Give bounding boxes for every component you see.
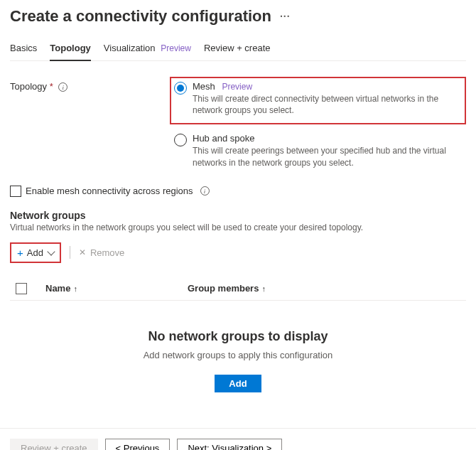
empty-state-desc: Add network groups to apply this configu… — [10, 350, 466, 360]
tab-bar: Basics Topology Visualization Preview Re… — [10, 38, 466, 61]
select-all-checkbox[interactable] — [16, 283, 27, 294]
radio-hubspoke-title: Hub and spoke — [193, 133, 462, 144]
tab-basics[interactable]: Basics — [10, 38, 37, 60]
mesh-regions-checkbox[interactable] — [10, 186, 21, 197]
toolbar-separator — [70, 246, 70, 259]
network-groups-desc: Virtual networks in the network groups y… — [10, 223, 466, 232]
remove-button: ✕ Remove — [79, 247, 124, 258]
column-header-name[interactable]: Name ↑ — [45, 283, 178, 294]
title-text: Create a connectivity configuration — [10, 7, 271, 26]
tab-topology[interactable]: Topology — [50, 38, 91, 60]
remove-button-label: Remove — [90, 247, 124, 258]
next-label: Next: Visualization > — [188, 443, 271, 450]
preview-badge: Preview — [161, 43, 191, 53]
column-members-label: Group members — [188, 283, 259, 294]
radio-mesh-desc: This will create direct connectivity bet… — [193, 93, 462, 116]
next-button[interactable]: Next: Visualization > — [177, 439, 282, 450]
add-button[interactable]: + Add — [10, 242, 61, 263]
topology-radio-group: Mesh Preview This will create direct con… — [170, 77, 466, 177]
topology-field: Topology * i Mesh Preview This will crea… — [10, 77, 466, 177]
topology-label: Topology * i — [10, 77, 170, 92]
column-header-members[interactable]: Group members ↑ — [188, 283, 266, 294]
topology-label-text: Topology — [10, 81, 47, 92]
empty-add-button-label: Add — [229, 378, 247, 389]
info-icon[interactable]: i — [200, 186, 210, 195]
footer: Review + create < Previous Next: Visuali… — [0, 428, 476, 450]
mesh-preview-badge: Preview — [222, 82, 252, 92]
add-button-label: Add — [27, 247, 43, 258]
tab-visualization[interactable]: Visualization Preview — [104, 38, 191, 60]
review-create-label: Review + create — [21, 443, 87, 450]
radio-mesh-body: Mesh Preview This will create direct con… — [193, 81, 462, 116]
review-create-button: Review + create — [10, 439, 98, 450]
tab-basics-label: Basics — [10, 43, 37, 53]
tab-review-create[interactable]: Review + create — [204, 38, 271, 60]
radio-option-mesh[interactable]: Mesh Preview This will create direct con… — [170, 77, 466, 124]
radio-option-hubspoke[interactable]: Hub and spoke This will create peerings … — [170, 129, 466, 172]
empty-add-button[interactable]: Add — [215, 375, 261, 392]
tab-visualization-label: Visualization — [104, 43, 156, 53]
required-indicator: * — [50, 81, 53, 92]
previous-label: < Previous — [116, 443, 160, 450]
radio-mesh-input[interactable] — [174, 82, 187, 95]
chevron-down-icon — [47, 247, 55, 255]
network-groups-title: Network groups — [10, 210, 466, 221]
column-name-label: Name — [45, 283, 70, 294]
mesh-regions-label: Enable mesh connectivity across regions — [26, 186, 193, 196]
mesh-regions-checkbox-row: Enable mesh connectivity across regions … — [10, 186, 466, 197]
table-header: Name ↑ Group members ↑ — [10, 277, 466, 301]
page-title: Create a connectivity configuration ··· — [10, 7, 466, 26]
empty-state-title: No network groups to display — [10, 329, 466, 344]
sort-arrow-icon: ↑ — [261, 284, 266, 293]
info-icon[interactable]: i — [58, 82, 67, 92]
close-icon: ✕ — [79, 247, 86, 257]
radio-hubspoke-body: Hub and spoke This will create peerings … — [193, 133, 462, 168]
more-icon[interactable]: ··· — [280, 11, 291, 22]
network-groups-toolbar: + Add ✕ Remove — [10, 242, 466, 263]
radio-mesh-title-text: Mesh — [193, 81, 215, 92]
tab-review-label: Review + create — [204, 43, 271, 53]
previous-button[interactable]: < Previous — [105, 439, 171, 450]
radio-mesh-title: Mesh Preview — [193, 81, 462, 92]
radio-hubspoke-input[interactable] — [174, 134, 187, 146]
sort-arrow-icon: ↑ — [73, 284, 77, 293]
plus-icon: + — [17, 247, 23, 259]
tab-topology-label: Topology — [50, 43, 91, 53]
empty-state: No network groups to display Add network… — [10, 301, 466, 428]
radio-hubspoke-desc: This will create peerings between your s… — [193, 145, 462, 168]
